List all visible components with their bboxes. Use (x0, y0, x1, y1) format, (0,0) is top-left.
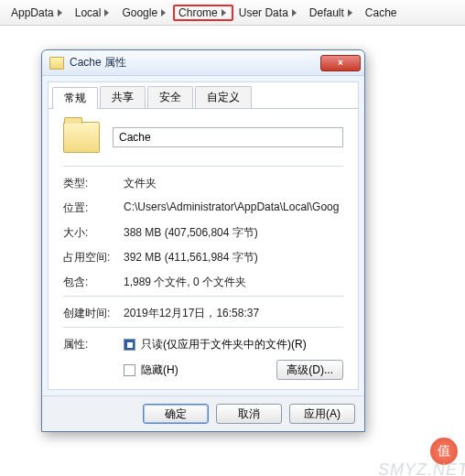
chevron-right-icon (58, 9, 62, 16)
chevron-right-icon (161, 9, 166, 16)
breadcrumb-item-highlighted[interactable]: Chrome (173, 5, 233, 21)
value-contains: 1,989 个文件, 0 个文件夹 (124, 275, 343, 290)
tab-general[interactable]: 常规 (52, 87, 98, 109)
crumb-label: Chrome (178, 6, 218, 19)
hidden-label: 隐藏(H) (141, 362, 178, 378)
crumb-label: AppData (11, 6, 54, 19)
crumb-label: User Data (239, 6, 288, 19)
close-button[interactable]: × (320, 55, 361, 71)
label-location: 位置: (63, 200, 124, 216)
chevron-right-icon (104, 9, 109, 16)
breadcrumb-item[interactable]: User Data (233, 5, 304, 21)
breadcrumb: AppData Local Google Chrome User Data De… (0, 0, 465, 26)
divider (63, 296, 343, 297)
crumb-label: Default (309, 6, 344, 19)
close-icon: × (338, 58, 343, 68)
tab-security[interactable]: 安全 (147, 86, 193, 108)
crumb-label: Local (75, 6, 102, 19)
divider (63, 327, 343, 328)
folder-icon (49, 57, 64, 70)
breadcrumb-item[interactable]: AppData (5, 5, 70, 21)
titlebar[interactable]: Cache 属性 × (42, 50, 364, 76)
dialog-title: Cache 属性 (70, 55, 126, 70)
breadcrumb-item[interactable]: Cache (360, 5, 403, 21)
chevron-right-icon (222, 9, 226, 16)
value-size-on-disk: 392 MB (411,561,984 字节) (124, 250, 343, 265)
hidden-checkbox[interactable] (124, 364, 135, 376)
crumb-label: Google (122, 6, 157, 19)
breadcrumb-item[interactable]: Google (116, 5, 173, 21)
dialog-button-row: 确定 取消 应用(A) (42, 395, 364, 431)
dialog-body: 常规 共享 安全 自定义 类型: 文件夹 位置: C:\Users\Admini… (48, 81, 359, 390)
readonly-checkbox[interactable] (124, 339, 135, 351)
properties-dialog: Cache 属性 × 常规 共享 安全 自定义 类型: 文件夹 位置: C:\U… (41, 49, 365, 432)
chevron-right-icon (348, 9, 352, 16)
readonly-label: 只读(仅应用于文件夹中的文件)(R) (141, 337, 307, 352)
value-created: 2019年12月17日，16:58:37 (124, 306, 343, 321)
value-type: 文件夹 (124, 176, 343, 191)
watermark-text: SMYZ.NET (378, 460, 465, 476)
breadcrumb-item[interactable]: Local (70, 5, 117, 21)
divider (63, 166, 343, 167)
value-size: 388 MB (407,506,804 字节) (124, 225, 343, 241)
label-created: 创建时间: (63, 306, 124, 321)
chevron-right-icon (292, 9, 297, 16)
tab-sharing[interactable]: 共享 (100, 86, 146, 108)
tab-customize[interactable]: 自定义 (195, 86, 252, 108)
advanced-button[interactable]: 高级(D)... (276, 360, 343, 380)
folder-large-icon (63, 122, 100, 153)
tabstrip: 常规 共享 安全 自定义 (49, 82, 358, 109)
label-type: 类型: (63, 176, 124, 191)
label-size: 大小: (63, 225, 124, 241)
crumb-label: Cache (365, 6, 397, 19)
label-attributes: 属性: (63, 337, 124, 352)
breadcrumb-item[interactable]: Default (304, 5, 360, 21)
tab-panel-general: 类型: 文件夹 位置: C:\Users\Administrator\AppDa… (49, 109, 358, 389)
label-size-on-disk: 占用空间: (63, 250, 124, 265)
ok-button[interactable]: 确定 (143, 404, 209, 424)
label-contains: 包含: (63, 275, 124, 290)
value-location: C:\Users\Administrator\AppData\Local\Goo… (124, 200, 343, 213)
apply-button[interactable]: 应用(A) (289, 404, 355, 424)
folder-name-input[interactable] (113, 127, 343, 147)
cancel-button[interactable]: 取消 (216, 404, 282, 424)
